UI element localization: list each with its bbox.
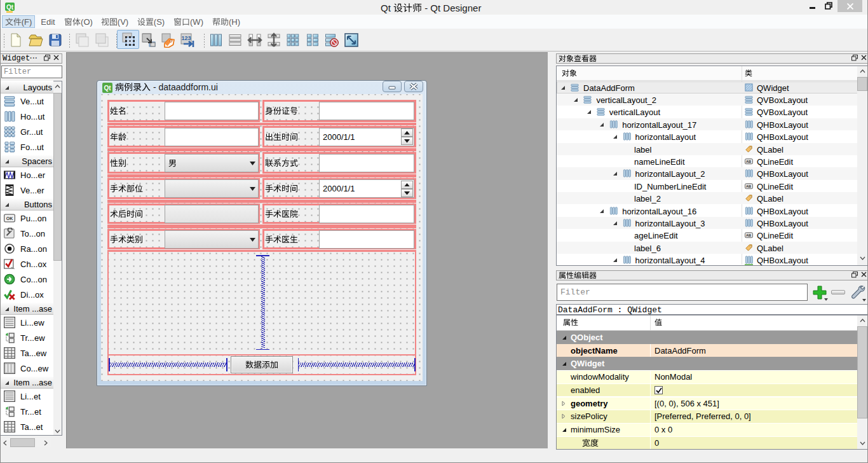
svg-text:Qt: Qt	[6, 4, 14, 11]
svg-text:AB: AB	[746, 184, 751, 188]
svg-text:AB: AB	[746, 160, 751, 163]
svg-text:AB: AB	[746, 234, 751, 238]
svg-text:OK: OK	[6, 216, 13, 221]
svg-text:Qt: Qt	[104, 85, 111, 92]
svg-text:123: 123	[181, 35, 191, 41]
